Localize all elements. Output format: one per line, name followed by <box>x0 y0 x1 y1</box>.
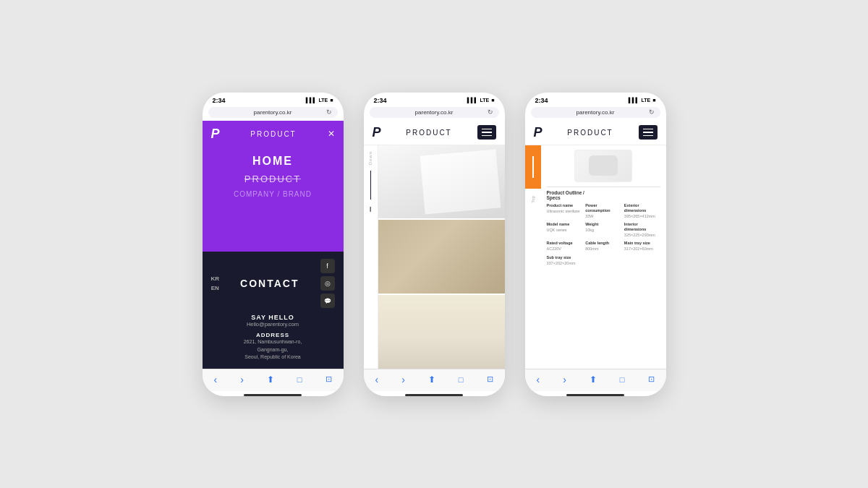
product-image-2 <box>378 220 505 294</box>
battery-icon-2: ■ <box>491 98 494 103</box>
tabs-button-2[interactable]: ⊡ <box>487 374 493 384</box>
menu-home[interactable]: HOME <box>252 155 293 168</box>
spec-value-sub-tray: 337×202×20mm <box>547 261 621 266</box>
status-icons-3: ▌▌▌ LTE ■ <box>629 98 656 103</box>
content-area-2: Down | <box>364 145 505 369</box>
nav-title-3: PRODUCT <box>567 129 613 137</box>
spec-label-product-name: Product name <box>547 203 583 208</box>
spec-label-weight: Weight <box>585 222 621 227</box>
specs-divider <box>547 187 660 187</box>
refresh-icon-3[interactable]: ↻ <box>649 108 655 116</box>
back-button-3[interactable]: ‹ <box>537 374 540 385</box>
screen-2: P PRODUCT Down | <box>364 121 505 369</box>
logo-1: P <box>211 127 220 142</box>
address-section: ADDRESS 2621, Nambusunhwan-ro,Gangnam-gu… <box>211 332 335 361</box>
specs-area-3: Product Outline /Specs Product name Ultr… <box>541 145 666 369</box>
contact-left-col: KR EN <box>211 275 220 291</box>
share-button-1[interactable]: ⬆ <box>267 374 274 385</box>
home-bar-1 <box>244 394 302 396</box>
menu-line-2 <box>482 132 492 133</box>
nav-header-2: P PRODUCT <box>364 121 505 145</box>
spec-exterior: Exterior dimensions 395×265×412mm <box>624 203 660 219</box>
spec-value-main-tray: 317×202×60mm <box>624 247 660 252</box>
forward-button-3[interactable]: › <box>563 374 566 385</box>
spec-value-voltage: AC220V <box>547 247 583 252</box>
instagram-icon[interactable]: ◎ <box>320 276 335 291</box>
spec-value-weight: 10kg <box>585 228 621 233</box>
url-bar-1[interactable]: parentory.co.kr ↻ <box>208 107 338 118</box>
bottom-bar-3: ‹ › ⬆ □ ⊡ <box>525 369 666 391</box>
bottom-bar-2: ‹ › ⬆ □ ⊡ <box>364 369 505 391</box>
menu-product[interactable]: PRODUCT <box>244 174 301 184</box>
forward-button-1[interactable]: › <box>240 374 244 385</box>
spec-product-name: Product name Ultrasonic sterilizer <box>547 203 583 219</box>
spec-value-product-name: Ultrasonic sterilizer <box>547 209 583 214</box>
spec-weight: Weight 10kg <box>585 222 621 238</box>
forward-button-2[interactable]: › <box>401 374 405 385</box>
spec-value-exterior: 395×265×412mm <box>624 214 660 219</box>
back-button-1[interactable]: ‹ <box>214 374 218 385</box>
scroll-line <box>370 171 371 200</box>
bookmarks-button-1[interactable]: □ <box>297 375 302 384</box>
phone-1: 2:34 ▌▌▌ LTE ■ parentory.co.kr ↻ P PRODU… <box>203 93 344 396</box>
status-icons-1: ▌▌▌ LTE ■ <box>306 98 333 103</box>
tabs-button-1[interactable]: ⊡ <box>326 374 332 384</box>
back-button-2[interactable]: ‹ <box>375 374 379 385</box>
menu-button-3[interactable] <box>639 125 658 140</box>
spec-value-interior: 325×225×293mm <box>624 233 660 238</box>
home-bar-2 <box>405 394 463 396</box>
menu-line-3-1 <box>643 129 653 130</box>
share-button-2[interactable]: ⬆ <box>428 374 435 385</box>
facebook-icon[interactable]: f <box>320 259 335 273</box>
menu-button-2[interactable] <box>477 125 496 140</box>
product-image-1 <box>378 145 505 219</box>
spec-sub-tray: Sub tray size 337×202×20mm <box>547 255 621 266</box>
url-text-2: parentory.co.kr <box>415 109 454 116</box>
chat-icon[interactable]: 💬 <box>320 294 335 308</box>
url-bar-3[interactable]: parentory.co.kr ↻ <box>531 107 660 118</box>
say-hello-section: SAY HELLO Hello@parentory.com <box>211 314 335 328</box>
bookmarks-button-3[interactable]: □ <box>620 375 625 384</box>
spec-label-model: Model name <box>547 222 583 227</box>
menu-section-1: HOME PRODUCT COMPANY / BRAND <box>203 147 344 252</box>
orange-tab[interactable] <box>525 145 541 189</box>
battery-icon-3: ■ <box>652 98 655 103</box>
nav-title-2: PRODUCT <box>406 129 451 137</box>
menu-line-3-3 <box>643 135 653 137</box>
url-bar-2[interactable]: parentory.co.kr ↻ <box>370 107 499 118</box>
battery-icon-1: ■ <box>330 98 333 103</box>
lang-kr[interactable]: KR <box>211 275 220 282</box>
phone-3: 2:34 ▌▌▌ LTE ■ parentory.co.kr ↻ P PRODU… <box>525 93 666 396</box>
tabs-button-3[interactable]: ⊡ <box>648 374 655 384</box>
status-icons-2: ▌▌▌ LTE ■ <box>467 98 495 103</box>
product-image-3 <box>378 295 505 369</box>
signal-icon-1: ▌▌▌ <box>306 98 317 103</box>
refresh-icon-2[interactable]: ↻ <box>488 108 493 116</box>
spec-cable: Cable length 800mm <box>585 241 621 252</box>
logo-2: P <box>373 125 381 140</box>
spec-interior: Interior dimensions 325×225×293mm <box>624 222 660 238</box>
share-button-3[interactable]: ⬆ <box>590 374 597 385</box>
spec-value-power: 33W <box>585 214 621 219</box>
orange-tab-line <box>532 156 534 178</box>
menu-company[interactable]: COMPANY / BRAND <box>234 190 312 198</box>
spec-label-cable: Cable length <box>585 241 621 246</box>
contact-label: CONTACT <box>240 278 299 289</box>
signal-icon-3: ▌▌▌ <box>629 98 639 103</box>
refresh-icon-1[interactable]: ↻ <box>326 108 332 116</box>
scroll-label: Down <box>368 151 373 165</box>
nav-header-3: P PRODUCT <box>525 121 666 145</box>
scroll-indicator: | <box>370 205 371 212</box>
spec-label-main-tray: Main tray size <box>624 241 660 246</box>
top-tab-label[interactable]: Top <box>531 192 535 207</box>
side-tabs-3: Top <box>525 145 541 369</box>
lang-en[interactable]: EN <box>211 285 219 291</box>
spec-label-interior: Interior dimensions <box>624 222 660 232</box>
bookmarks-button-2[interactable]: □ <box>459 375 464 384</box>
close-button-1[interactable]: ✕ <box>328 129 335 139</box>
left-sidebar-2: Down | <box>364 145 378 369</box>
spec-main-tray: Main tray size 317×202×60mm <box>624 241 660 252</box>
spec-label-exterior: Exterior dimensions <box>624 203 660 213</box>
product-shape <box>589 155 618 176</box>
bottom-bar-1: ‹ › ⬆ □ ⊡ <box>203 369 344 391</box>
